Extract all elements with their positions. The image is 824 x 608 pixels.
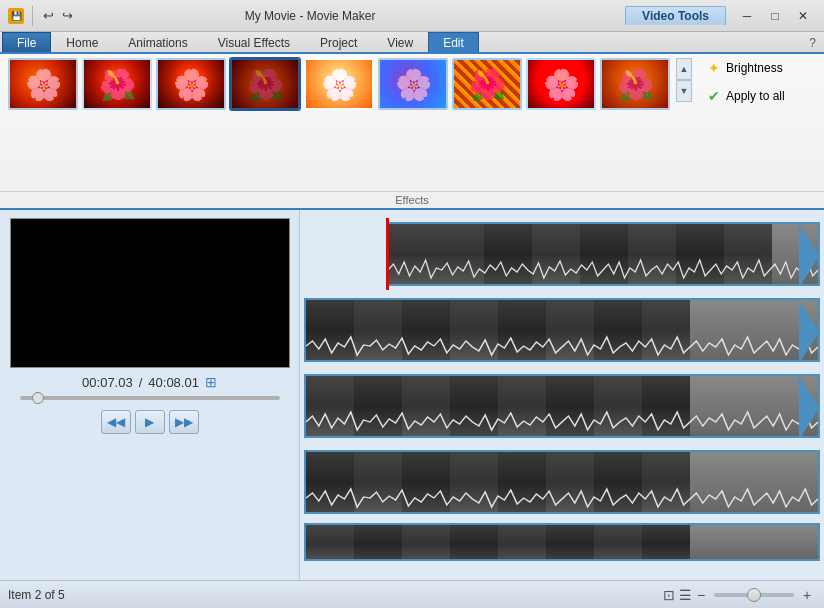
zoom-handle[interactable] — [747, 588, 761, 602]
track-clip-1[interactable] — [386, 222, 820, 286]
film-frame-5-6 — [546, 525, 594, 561]
flower-icon-4: 🌺 — [232, 60, 298, 108]
effect-thumb-2[interactable]: 🌺 — [82, 58, 152, 110]
fullscreen-icon[interactable]: ⊞ — [205, 374, 217, 390]
waveform-4 — [306, 484, 818, 512]
film-frame-5-1 — [306, 525, 354, 561]
brightness-icon: ✦ — [708, 60, 720, 76]
time-total: 40:08.01 — [148, 375, 199, 390]
zoom-in-button[interactable]: + — [798, 586, 816, 604]
timeline-track-2 — [304, 294, 820, 366]
effect-thumb-6[interactable]: 🌸 — [378, 58, 448, 110]
waveform-2 — [306, 332, 818, 360]
track-clip-2-inner — [306, 300, 818, 360]
ribbon-scroll: ▲ ▼ — [676, 58, 692, 102]
ribbon-section-label: Effects — [0, 191, 824, 208]
menu-tab-file[interactable]: File — [2, 32, 51, 52]
apply-icon: ✔ — [708, 88, 720, 104]
flower-icon-5: 🌸 — [306, 60, 372, 108]
film-frame-5-5 — [498, 525, 546, 561]
menubar: File Home Animations Visual Effects Proj… — [0, 32, 824, 54]
seek-bar[interactable] — [20, 396, 280, 400]
preview-panel: 00:07.03 / 40:08.01 ⊞ ◀◀ ▶ ▶▶ — [0, 210, 300, 580]
zoom-out-button[interactable]: − — [692, 586, 710, 604]
flower-icon-9: 🌺 — [602, 60, 668, 108]
film-frame-5-4 — [450, 525, 498, 561]
rewind-icon: ◀◀ — [107, 415, 125, 429]
time-current: 00:07.03 — [82, 375, 133, 390]
ribbon: 🌸 🌺 🌸 🌺 🌸 🌸 🌺 🌸 — [0, 54, 824, 210]
timeline-track-1 — [304, 218, 820, 290]
effect-thumb-3[interactable]: 🌸 — [156, 58, 226, 110]
waveform-3 — [306, 408, 818, 436]
track-clip-5-inner — [306, 525, 818, 561]
track-clip-1-inner — [388, 224, 818, 284]
apply-to-all-label: Apply to all — [726, 89, 785, 103]
track-clip-4[interactable] — [304, 450, 820, 514]
minimize-button[interactable]: ─ — [734, 6, 760, 26]
flower-icon-7: 🌺 — [454, 60, 520, 108]
clip-arrow-right-3 — [799, 376, 819, 438]
effect-thumb-4[interactable]: 🌺 — [230, 58, 300, 110]
effect-thumb-8[interactable]: 🌸 — [526, 58, 596, 110]
ribbon-right: ✦ Brightness ✔ Apply to all — [704, 58, 824, 106]
time-display: 00:07.03 / 40:08.01 ⊞ — [82, 374, 217, 390]
timeline-track-4 — [304, 446, 820, 518]
track-clip-3[interactable] — [304, 374, 820, 438]
timeline-track-5 — [304, 522, 820, 562]
clip-arrow-right-1 — [799, 224, 819, 286]
menu-tab-home[interactable]: Home — [51, 32, 113, 52]
zoom-slider[interactable] — [714, 593, 794, 597]
flower-icon-8: 🌸 — [528, 60, 594, 108]
effect-thumb-7[interactable]: 🌺 — [452, 58, 522, 110]
film-frame-5-7 — [594, 525, 642, 561]
close-button[interactable]: ✕ — [790, 6, 816, 26]
track-clip-5[interactable] — [304, 523, 820, 561]
film-frame-5-3 — [402, 525, 450, 561]
playback-controls: ◀◀ ▶ ▶▶ — [101, 410, 199, 434]
play-button[interactable]: ▶ — [135, 410, 165, 434]
timeline-track-3 — [304, 370, 820, 442]
forward-icon: ▶▶ — [175, 415, 193, 429]
menu-tab-edit[interactable]: Edit — [428, 32, 479, 52]
statusbar: Item 2 of 5 ⊡ ☰ − + — [0, 580, 824, 608]
clip-arrow-right-4 — [799, 452, 819, 514]
scroll-up-button[interactable]: ▲ — [676, 58, 692, 80]
rewind-button[interactable]: ◀◀ — [101, 410, 131, 434]
preview-screen — [10, 218, 290, 368]
menu-tab-visual-effects[interactable]: Visual Effects — [203, 32, 305, 52]
play-icon: ▶ — [145, 415, 154, 429]
flower-icon-6: 🌸 — [380, 60, 446, 108]
film-frame-5-2 — [354, 525, 402, 561]
menu-tab-animations[interactable]: Animations — [113, 32, 202, 52]
menu-tab-view[interactable]: View — [372, 32, 428, 52]
effect-thumb-9[interactable]: 🌺 — [600, 58, 670, 110]
menu-tab-project[interactable]: Project — [305, 32, 372, 52]
forward-button[interactable]: ▶▶ — [169, 410, 199, 434]
ribbon-content: 🌸 🌺 🌸 🌺 🌸 🌸 🌺 🌸 — [0, 54, 824, 191]
storyboard-icon[interactable]: ⊡ — [663, 587, 675, 603]
timeline-panel[interactable] — [300, 210, 824, 580]
film-frames-5 — [306, 525, 818, 561]
track-clip-4-inner — [306, 452, 818, 512]
track-clip-3-inner — [306, 376, 818, 436]
effect-thumb-5[interactable]: 🌸 — [304, 58, 374, 110]
brightness-button[interactable]: ✦ Brightness — [704, 58, 824, 78]
track-clip-2[interactable] — [304, 298, 820, 362]
effect-thumb-1[interactable]: 🌸 — [8, 58, 78, 110]
film-frame-5-8 — [642, 525, 690, 561]
timeline-view-icon[interactable]: ☰ — [679, 587, 692, 603]
apply-to-all-button[interactable]: ✔ Apply to all — [704, 86, 824, 106]
maximize-button[interactable]: □ — [762, 6, 788, 26]
brightness-label: Brightness — [726, 61, 783, 75]
flower-icon-1: 🌸 — [10, 60, 76, 108]
seek-handle[interactable] — [32, 392, 44, 404]
status-icons: ⊡ ☰ — [663, 587, 692, 603]
scroll-down-button[interactable]: ▼ — [676, 80, 692, 102]
help-button[interactable]: ? — [801, 34, 824, 52]
status-item-label: Item 2 of 5 — [8, 588, 65, 602]
window-controls: ─ □ ✕ — [734, 6, 816, 26]
flower-icon-2: 🌺 — [84, 60, 150, 108]
time-separator: / — [139, 375, 143, 390]
main-area: 00:07.03 / 40:08.01 ⊞ ◀◀ ▶ ▶▶ — [0, 210, 824, 580]
